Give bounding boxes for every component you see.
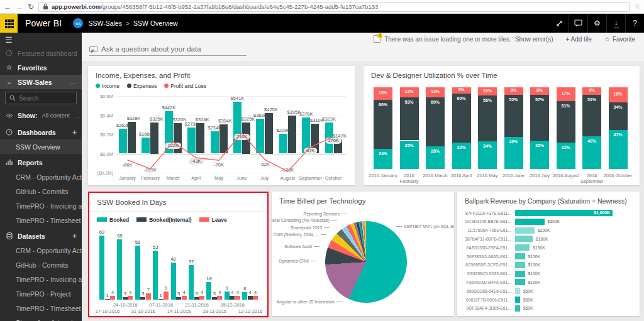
sidebar-report-item[interactable]: TimePRO - Timesheet data [0,213,82,227]
help-icon[interactable]: ? [625,14,644,33]
segment-percent-label: 40% [587,139,596,143]
bar-value-label: 4 [236,290,239,295]
company-id-label: 56F383A3-A66D-E61... [457,254,515,259]
x-axis-label: 21-11-2016 [180,302,213,308]
hamburger-menu-icon[interactable]: ☰ [0,33,82,46]
report-item-label: CRM - Opportunity Activity [16,173,82,181]
tile-dev-designer-utilization[interactable]: Dev & Designer Utilization % over Time 1… [364,66,640,185]
sidebar-search[interactable] [5,92,77,104]
sidebar-report-item[interactable]: CRM - Opportunity Activity [0,170,82,184]
add-dashboard-icon[interactable]: + [72,128,77,137]
bar-value-label: 53 [153,244,158,250]
tile-income-expenses-profit[interactable]: Income, Expenses, and Profit Income Expe… [88,66,355,185]
url-text: app.powerbi.com/groups/456358f7-5b12-46f… [52,3,378,10]
x-axis-label: 31-10-2016 [127,308,160,314]
sidebar-dataset-item[interactable]: TimePRO - Invoicing and ... [0,272,82,286]
ellipsis-icon[interactable]: ... [74,112,81,119]
show-value: All content [42,112,70,119]
revenue-value-label: $100K [528,254,541,259]
internal-bar [212,297,217,300]
segment-percent-label: 15% [379,90,387,95]
x-axis-label: 2016 September [577,173,606,185]
breadcrumb-workspace[interactable]: SSW-Sales [88,19,122,27]
search-input[interactable] [19,95,72,102]
sidebar-dataset-item[interactable]: GitHub - Commits [0,258,82,272]
sidebar-dataset-item[interactable]: CRM - Opportunity Activity [0,243,82,258]
breadcrumb-page[interactable]: SSW Overview [133,19,178,27]
company-id-label: 6C969B5E-3CFD-E51... [457,263,515,267]
browser-forward-icon[interactable]: → [16,3,23,11]
segment-percent-label: 12% [404,89,413,94]
leader-line [396,226,402,227]
expenses-bar [196,123,204,153]
browser-back-icon[interactable]: ← [4,3,11,11]
app-launcher-icon[interactable] [0,14,18,33]
pie-label-text: Sharepoint 2013 [291,226,322,230]
income-value-label: $209K [276,128,290,133]
sidebar-workspace-ssw-sales[interactable]: ⌄ SSW-Sales ... [0,75,82,89]
qna-search-box[interactable]: Ask a question about your data [89,45,247,56]
pie-slice-label: Sharepoint 2013 [291,226,330,230]
company-id-label: DC9D3149-BB7E-E61... [457,219,515,224]
browser-reload-icon[interactable]: ↻ [28,3,34,11]
tile-time-billed-per-technology[interactable]: Time Billed per Technology ASP.NET MVC (… [272,192,454,316]
report-item-label: GitHub - Commits [16,188,68,195]
income-value-label: $262K [116,122,130,128]
segment-percent-label: 35% [535,143,544,148]
sidebar-show-filter[interactable]: Show: All content ... [0,108,82,122]
tile-ssw-booked-in-days[interactable]: SSW Booked In Days Booked Booked(Interna… [88,192,269,317]
sidebar-report-item[interactable]: TimePRO - Invoicing and ... [0,199,82,213]
legend-swatch-profit [164,84,169,88]
fullscreen-icon[interactable] [550,14,569,33]
expenses-bar [288,116,296,153]
x-axis-label: 2016 June [499,173,528,178]
segment-percent-label: 9% [536,88,543,92]
show-errors-link[interactable]: Show error(s) [515,36,553,43]
sidebar-dataset-item[interactable]: TimePRO - Timesheet data [0,301,82,315]
gridline [117,173,346,173]
sidebar-section-datasets[interactable]: Datasets + [0,229,82,243]
segment-percent-label: 60% [431,100,440,104]
sidebar-section-reports[interactable]: Reports [0,155,82,170]
pie-chart [325,221,407,303]
sidebar-item-ssw-overview[interactable]: SSW Overview [0,139,82,154]
address-bar[interactable]: app.powerbi.com/groups/456358f7-5b12-46f… [38,2,630,12]
add-tile-button[interactable]: + Add tile [565,36,591,43]
expenses-value-label: $325K [150,116,164,122]
revenue-value-label: $180K [536,237,548,241]
internal-bar [123,297,128,300]
pie-label-text: .NET CMS (Sitefinity, DNN, ... [272,232,319,237]
income-bar [256,119,264,153]
settings-gear-icon[interactable]: ⚙ [587,14,606,33]
sidebar-item-streaming-datasets[interactable]: Streaming datasets [0,315,82,321]
section-label: Reports [18,159,43,166]
sidebar-item-featured-dashboard[interactable]: Featured dashboard ... [0,46,82,60]
ellipsis-icon[interactable]: ... [70,79,77,85]
comment-icon[interactable] [569,14,587,33]
tile-ballpark-revenue[interactable]: Ballpark Revenue by Company (Saturation … [457,192,640,316]
download-icon[interactable]: ↓ [606,14,625,33]
report-item-label: TimePRO - Invoicing and ... [16,202,82,210]
sidebar-section-dashboards[interactable]: Dashboards + [0,125,82,139]
ballpark-row: 3876AF31-B9FB-E511...$180K [457,235,640,242]
sidebar-item-favorites[interactable]: ☆ Favorites [0,60,82,75]
booked-bar [153,251,158,300]
pie-label-text: Dynamics CRM [279,259,309,263]
x-axis-label: 2016 May [473,173,502,178]
legend-swatch-income [96,84,100,88]
dataset-item-label: GitHub - Commits [16,261,68,269]
favorite-button[interactable]: ☆ Favorite [604,36,635,43]
internal-bar [105,299,110,300]
internal-bar [194,297,199,300]
sidebar-dataset-item[interactable]: TimePRO - Project [0,286,82,301]
sidebar-nav: ☰ Featured dashboard ... ☆ Favorites ⌄ S… [0,33,82,321]
revenue-value-label: $50K [523,306,533,310]
segment-percent-label: 34% [613,105,622,109]
workspace-avatar[interactable]: ss [73,18,83,28]
company-id-label: 689D0D88-64E6-E51... [457,289,515,293]
booked-bar [117,239,122,300]
sidebar-report-item[interactable]: GitHub - Commits [0,184,82,199]
bookmark-star-icon[interactable]: ☆ [634,3,640,11]
add-dataset-icon[interactable]: + [72,232,77,241]
bar-value-label: 40 [170,256,175,262]
